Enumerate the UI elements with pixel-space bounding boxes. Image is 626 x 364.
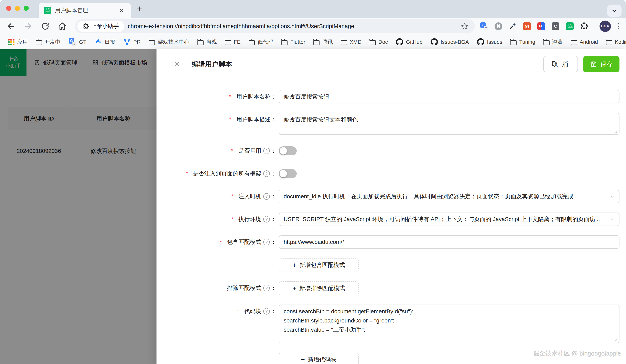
bookmark-folder-kotlin[interactable]: Kotlin: [606, 39, 626, 45]
plus-icon: +: [301, 356, 305, 364]
translate-extension-button[interactable]: G 文: [480, 22, 489, 31]
include-pattern-input[interactable]: https://www.baidu.com/*: [279, 235, 620, 249]
helper-extension-icon: 上帝 小助手: [566, 22, 574, 30]
tab-close-icon[interactable]: ✕: [117, 6, 125, 15]
add-code-block-button[interactable]: + 新增代码块: [279, 353, 359, 364]
translate-wen: 文: [484, 26, 488, 30]
new-tab-button[interactable]: +: [137, 3, 142, 14]
bookmark-label: Tuning: [519, 39, 535, 45]
back-button[interactable]: [5, 21, 17, 32]
browser-tab[interactable]: 上帝 小助手 用户脚本管理 ✕: [39, 3, 131, 18]
drawer-actions: 取 消 保存: [543, 56, 620, 72]
bookmark-issues-bga[interactable]: Issues-BGA: [430, 38, 469, 46]
toggle-knob: [279, 147, 287, 155]
bookmark-folder-harmony[interactable]: 鸿蒙: [544, 38, 563, 46]
bookmark-apps[interactable]: 应用: [8, 38, 28, 46]
favicon-text-top: 上帝: [46, 8, 50, 11]
extension-name-chip[interactable]: 上帝小助手: [78, 21, 124, 32]
folder-icon: [370, 40, 376, 45]
field-label: * 用户脚本名称 ：: [156, 90, 279, 103]
helper-extension-button[interactable]: 上帝 小助手: [565, 22, 574, 31]
help-icon[interactable]: ?: [263, 216, 270, 223]
bookmark-folder-xmd[interactable]: XMD: [341, 39, 361, 45]
favicon-text-bottom: 小助手: [45, 10, 51, 13]
minimize-window-button[interactable]: [15, 6, 20, 11]
bookmark-folder-gametech[interactable]: 游戏技术中心: [149, 38, 189, 46]
help-icon[interactable]: ?: [263, 148, 270, 154]
reload-button[interactable]: [39, 21, 51, 32]
profile-avatar[interactable]: BGA: [599, 21, 611, 32]
bookmark-folder-flutter[interactable]: Flutter: [281, 39, 305, 45]
form-row-enabled: * 是否启用 ? ：: [156, 144, 620, 158]
bookmark-daily[interactable]: 日报: [95, 38, 115, 46]
help-icon[interactable]: ?: [263, 308, 270, 315]
form-row-exclude-pattern: 排除匹配模式 ? ： + 新增排除匹配模式: [156, 281, 620, 295]
bookmark-issues[interactable]: Issues: [477, 38, 502, 46]
bookmark-folder-fe[interactable]: FE: [225, 39, 240, 45]
tab-search-button[interactable]: [607, 5, 622, 17]
home-button[interactable]: [57, 21, 68, 32]
help-icon[interactable]: ?: [263, 285, 270, 291]
edit-user-script-drawer: ✕ 编辑用户脚本 取 消 保存 * 用户脚本名称 ： 修改百度搜索按钮 * 用户…: [156, 49, 626, 364]
script-name-input[interactable]: 修改百度搜索按钮: [279, 90, 620, 103]
bookmark-pr[interactable]: PR: [123, 38, 141, 46]
bookmark-star-button[interactable]: [460, 22, 470, 30]
world-select[interactable]: USER_SCRIPT 独立的 JavaScript 环境，可访问插件特有 AP…: [279, 213, 620, 226]
maximize-window-button[interactable]: [24, 6, 29, 11]
drawer-close-icon[interactable]: ✕: [174, 61, 180, 67]
bookmark-folder-lowcode[interactable]: 低代码: [249, 38, 273, 46]
required-asterisk: *: [227, 148, 237, 154]
url-text[interactable]: chrome-extension://ninpdibcdfbbfmofiameg…: [128, 23, 460, 30]
help-icon[interactable]: ?: [263, 239, 270, 245]
bookmark-gt[interactable]: G文GT: [69, 38, 86, 46]
required-asterisk: *: [182, 170, 192, 177]
bookmark-label: 开发中: [45, 38, 61, 46]
extensions-menu-button[interactable]: [580, 22, 588, 31]
c-icon: C: [552, 22, 559, 30]
bookmark-label: GT: [79, 39, 86, 45]
bookmark-folder-game[interactable]: 游戏: [197, 38, 217, 46]
tab-title: 用户脚本管理: [55, 7, 117, 14]
enabled-toggle[interactable]: [279, 146, 297, 155]
fe-extension-button[interactable]: FE: [537, 22, 546, 31]
code-block-textarea[interactable]: const searchBtn = document.getElementByI…: [279, 304, 620, 343]
bookmark-folder-deving[interactable]: 开发中: [36, 38, 61, 46]
resize-handle-icon[interactable]: [614, 338, 618, 341]
forward-button[interactable]: [22, 21, 34, 32]
c-extension-button[interactable]: C: [551, 22, 560, 31]
resize-handle-icon[interactable]: [614, 129, 618, 133]
github-icon: [430, 38, 438, 46]
add-include-pattern-button[interactable]: + 新增包含匹配模式: [279, 258, 359, 272]
bookmark-folder-doc[interactable]: Doc: [370, 39, 388, 45]
browser-menu-button[interactable]: [616, 23, 621, 29]
juejin-icon: [95, 38, 102, 46]
helper-icon-bottom: 小助手: [567, 26, 573, 29]
medium-extension-button[interactable]: M: [522, 22, 531, 31]
all-frames-toggle[interactable]: [279, 169, 297, 178]
bookmark-folder-tencent[interactable]: 腾讯: [313, 38, 333, 46]
bookmark-github[interactable]: GitHub: [396, 38, 423, 46]
tab-favicon: 上帝 小助手: [44, 7, 51, 14]
drawer-mask-overlay[interactable]: [0, 49, 156, 364]
cancel-button[interactable]: 取 消: [543, 56, 578, 72]
run-at-select[interactable]: document_idle 执行时机：在页面加载完成后执行，具体时间由浏览器决定…: [279, 190, 620, 203]
close-window-button[interactable]: [6, 6, 11, 11]
script-description-textarea[interactable]: 修改百度搜索按钮文本和颜色: [279, 113, 620, 135]
add-exclude-pattern-button[interactable]: + 新增排除匹配模式: [279, 281, 359, 295]
bookmark-label: 游戏: [206, 38, 217, 46]
command-extension-button[interactable]: ⌘: [494, 22, 503, 31]
help-icon[interactable]: ?: [263, 170, 270, 177]
folder-icon: [36, 40, 42, 45]
bookmark-folder-android[interactable]: Android: [571, 39, 598, 45]
save-button[interactable]: 保存: [583, 56, 620, 72]
address-bar[interactable]: 上帝小助手 chrome-extension://ninpdibcdfbbfmo…: [75, 19, 475, 33]
bookmark-label: 低代码: [257, 38, 273, 46]
bookmark-label: GitHub: [406, 39, 423, 45]
help-icon[interactable]: ?: [263, 193, 270, 200]
required-asterisk: *: [225, 94, 235, 100]
colorpicker-extension-button[interactable]: [508, 22, 517, 31]
bookmark-folder-tuning[interactable]: Tuning: [510, 39, 535, 45]
helper-icon-top: 上帝: [568, 24, 572, 27]
fe-icon: FE: [537, 22, 545, 30]
bookmark-label: FE: [234, 39, 240, 45]
